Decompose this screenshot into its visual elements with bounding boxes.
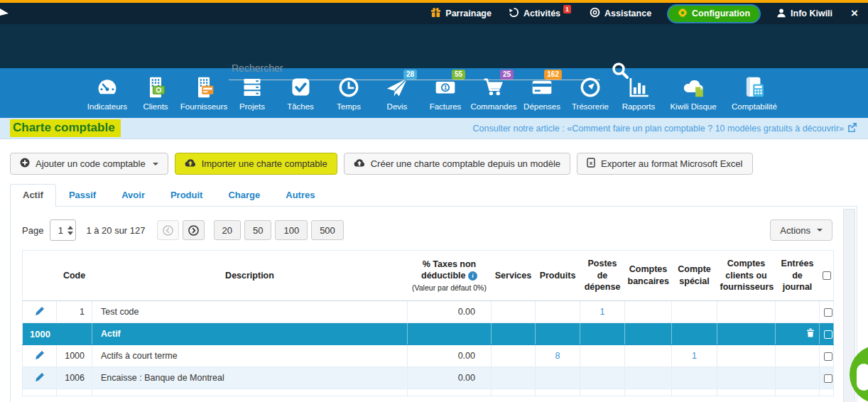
excel-file-icon: x (587, 158, 595, 170)
services-column-header: Services (492, 251, 536, 301)
group-header-row: 1000 Actif (23, 323, 834, 345)
close-icon[interactable]: × (851, 6, 858, 21)
page-number-value: 1 (56, 225, 65, 236)
account-description: Actifs à court terme (92, 345, 408, 367)
page-size-20-button[interactable]: 20 (214, 220, 241, 240)
svg-text:x: x (590, 160, 593, 166)
bancaires-count (625, 301, 672, 323)
row-checkbox[interactable] (824, 330, 832, 339)
next-page-button[interactable] (183, 220, 205, 240)
invoice-bill-icon: 155 (432, 75, 459, 100)
special-count (672, 367, 717, 389)
journal-column-header: Entrées de journal (776, 251, 820, 301)
tab-produit[interactable]: Produit (158, 184, 216, 206)
nav-item-comptabilite[interactable]: Comptabilité (724, 75, 785, 111)
row-checkbox[interactable] (824, 308, 832, 317)
services-count (492, 367, 536, 389)
nav-label: Commandes (470, 102, 516, 111)
page-spinner[interactable] (67, 226, 73, 235)
kiwili-app-window: Parrainage Activités 1 Assistance Config… (0, 0, 868, 402)
nav-item-kiwili-disque[interactable]: Kiwili Disque (663, 75, 724, 111)
special-column-header: Compte spécial (672, 251, 717, 301)
bancaires-count (625, 345, 672, 367)
actions-dropdown-button[interactable]: Actions (770, 219, 832, 241)
search-band (0, 24, 868, 68)
table-row: 1000 Actifs à court terme 0.00 8 1 (23, 345, 834, 367)
create-chart-from-template-button[interactable]: Créer une charte comptable depuis un mod… (344, 153, 570, 175)
produits-count-link[interactable]: 8 (536, 345, 580, 367)
export-excel-button[interactable]: x Exporter au format Microsoft Excel (577, 153, 752, 175)
menu-item-configuration[interactable]: Configuration (668, 6, 759, 22)
prev-page-button[interactable] (157, 220, 179, 240)
page-size-100-button[interactable]: 100 (275, 220, 308, 240)
page-size-500-button[interactable]: 500 (311, 220, 344, 240)
nav-label: Comptabilité (732, 102, 777, 111)
tab-actif[interactable]: Actif (10, 184, 56, 207)
edit-pencil-icon[interactable] (35, 372, 45, 384)
edit-pencil-icon[interactable] (35, 350, 45, 362)
tax-value: 0.00 (408, 345, 492, 367)
article-link[interactable]: Consulter notre article : «Comment faire… (473, 123, 857, 134)
menu-item-info-kiwili[interactable]: Info Kiwili (776, 8, 832, 20)
pagination-bar: Page 1 1 à 20 sur 127 20 50 100 500 Acti… (22, 219, 838, 241)
menu-item-parrainage[interactable]: Parrainage (430, 7, 492, 20)
tab-charge[interactable]: Charge (215, 184, 273, 206)
postes-column-header: Postes de dépense (580, 251, 625, 301)
nav-item-clients[interactable]: Clients (131, 75, 180, 111)
button-label: Créer une charte comptable depuis un mod… (371, 158, 560, 169)
menu-label: Assistance (604, 9, 651, 18)
plus-circle-icon (20, 158, 30, 170)
tab-passif[interactable]: Passif (56, 184, 109, 206)
tab-avoir[interactable]: Avoir (109, 184, 158, 206)
group-code: 1000 (23, 323, 92, 345)
nav-label: Fournisseurs (180, 102, 227, 111)
row-checkbox[interactable] (824, 352, 832, 361)
page-number-input[interactable]: 1 (50, 219, 76, 241)
add-account-code-button[interactable]: Ajouter un code comptable (10, 153, 168, 175)
cloud-upload-icon (185, 158, 196, 169)
tab-autres[interactable]: Autres (273, 184, 327, 206)
info-icon[interactable]: i (468, 271, 477, 281)
button-label: Actions (780, 225, 810, 236)
life-ring-icon (590, 7, 600, 20)
account-description: Test code (92, 301, 408, 323)
nav-label: Projets (239, 102, 265, 111)
menu-item-assistance[interactable]: Assistance (590, 7, 651, 20)
table-row-partial (23, 389, 834, 396)
devis-count-badge: 28 (403, 70, 417, 80)
trash-icon[interactable] (806, 328, 815, 339)
journal-count (776, 301, 820, 323)
clients-count (717, 301, 776, 323)
spinner-up-icon[interactable] (67, 226, 73, 229)
journal-count (776, 367, 820, 389)
clock-icon (335, 75, 362, 100)
page-label: Page (22, 225, 43, 236)
button-label: Exporter au format Microsoft Excel (601, 158, 742, 169)
pagination-range-text: 1 à 20 sur 127 (86, 225, 145, 236)
produits-count (536, 301, 580, 323)
nav-label: Tâches (287, 102, 314, 111)
special-count-link[interactable]: 1 (672, 345, 717, 367)
tax-value: 0.00 (408, 301, 492, 323)
suppliers-building-icon (190, 75, 217, 100)
row-checkbox[interactable] (824, 374, 832, 383)
journal-count (776, 345, 820, 367)
chart-of-accounts-table: Code Description % Taxes non déductible … (22, 250, 834, 396)
spinner-down-icon[interactable] (67, 232, 73, 235)
menu-item-activites[interactable]: Activités 1 (509, 7, 573, 20)
menu-label: Activités (523, 9, 560, 18)
nav-label: Rapports (622, 102, 656, 111)
edit-pencil-icon[interactable] (35, 306, 45, 318)
select-all-checkbox[interactable] (823, 271, 831, 280)
nav-item-indicateurs[interactable]: Indicateurs (83, 75, 131, 111)
nav-item-fournisseurs[interactable]: Fournisseurs (180, 75, 228, 111)
user-icon (776, 8, 786, 20)
postes-count-link[interactable]: 1 (580, 301, 625, 323)
chat-widget-icon (857, 364, 868, 391)
import-chart-button[interactable]: Importer une charte comptable (175, 153, 337, 175)
menu-label: Parrainage (445, 9, 492, 18)
page-size-buttons: 20 50 100 500 (214, 220, 347, 240)
gauge-icon (94, 75, 121, 100)
page-size-50-button[interactable]: 50 (244, 220, 271, 240)
group-description: Actif (92, 323, 408, 345)
